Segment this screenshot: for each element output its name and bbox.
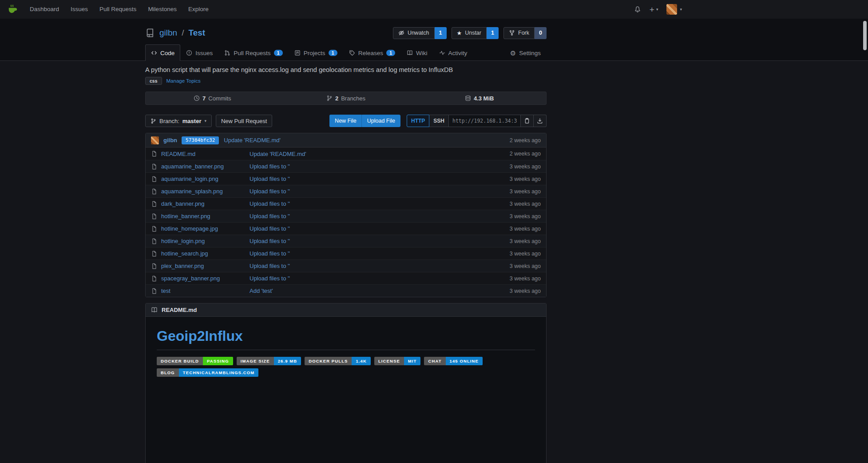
star-icon: ★	[457, 30, 462, 36]
tab-releases[interactable]: Releases 1	[343, 44, 401, 61]
file-commit-link[interactable]: Update 'README.md'	[250, 151, 306, 157]
copy-url-button[interactable]	[521, 115, 534, 127]
gitea-logo[interactable]	[7, 4, 19, 15]
file-age: 2 weeks ago	[510, 151, 541, 157]
file-link[interactable]: spacegray_banner.png	[161, 275, 220, 282]
image-size-badge[interactable]: IMAGE SIZE 26.9 MB	[237, 357, 301, 365]
tab-pulls-label: Pull Requests	[234, 50, 270, 56]
tab-issues-label: Issues	[195, 50, 213, 56]
fork-label: Fork	[518, 30, 529, 36]
fork-button[interactable]: Fork	[503, 27, 535, 39]
file-link[interactable]: aquamarine_banner.png	[161, 163, 224, 170]
docker-build-badge[interactable]: DOCKER BUILD PASSING	[157, 357, 233, 365]
readme-header: README.md	[146, 303, 546, 317]
tab-pull-requests[interactable]: Pull Requests 1	[218, 44, 288, 61]
new-pull-request-button[interactable]: New Pull Request	[216, 115, 272, 127]
http-protocol-button[interactable]: HTTP	[407, 115, 429, 127]
file-commit-link[interactable]: Upload files to ''	[250, 200, 290, 207]
repo-name-link[interactable]: Test	[188, 28, 205, 38]
blog-badge[interactable]: BLOG TECHNICALRAMBLINGS.COM	[157, 368, 258, 377]
new-file-label: New File	[335, 118, 357, 124]
file-age: 3 weeks ago	[510, 176, 541, 182]
file-commit-link[interactable]: Upload files to ''	[250, 188, 290, 195]
file-link[interactable]: README.md	[161, 151, 195, 157]
top-navbar: Dashboard Issues Pull Requests Milestone…	[0, 0, 868, 19]
nav-issues[interactable]: Issues	[65, 0, 94, 19]
file-commit-link[interactable]: Upload files to ''	[250, 263, 290, 269]
chat-badge[interactable]: CHAT 145 ONLINE	[424, 357, 482, 365]
file-commit-link[interactable]: Upload files to ''	[250, 225, 290, 232]
download-button[interactable]	[534, 115, 547, 127]
table-row: hotline_homepage.jpg Upload files to '' …	[146, 222, 546, 235]
tab-settings-label: Settings	[519, 50, 541, 56]
table-row: README.md Update 'README.md' 2 weeks ago	[146, 148, 546, 160]
watchers-count[interactable]: 1	[435, 27, 447, 39]
code-toolbar: Branch: master ▾ New Pull Request New Fi…	[145, 115, 547, 127]
file-commit-link[interactable]: Add 'test'	[250, 287, 273, 294]
file-commit-link[interactable]: Upload files to ''	[250, 213, 290, 220]
file-commit-link[interactable]: Upload files to ''	[250, 163, 290, 170]
file-link[interactable]: aquamarine_login.png	[161, 176, 218, 182]
tab-activity[interactable]: Activity	[433, 44, 473, 61]
file-icon	[151, 151, 157, 157]
new-file-button[interactable]: New File	[329, 115, 362, 127]
file-link[interactable]: hotline_search.jpg	[161, 250, 208, 257]
gitea-logo-icon	[7, 4, 19, 15]
nav-pull-requests[interactable]: Pull Requests	[94, 0, 142, 19]
file-link[interactable]: hotline_homepage.jpg	[161, 225, 218, 232]
file-link[interactable]: hotline_banner.png	[161, 213, 210, 220]
repo-owner-link[interactable]: gilbn	[159, 28, 177, 38]
commit-sha-badge[interactable]: 57384bfc32	[182, 136, 219, 144]
commit-message-link[interactable]: Update 'README.md'	[224, 137, 281, 144]
watch-group: Unwatch 1	[393, 27, 447, 39]
plus-icon: +	[650, 5, 654, 14]
file-link[interactable]: plex_banner.png	[161, 263, 204, 269]
commit-author-link[interactable]: gilbn	[163, 137, 177, 144]
file-age: 3 weeks ago	[510, 263, 541, 269]
tab-wiki[interactable]: Wiki	[401, 44, 433, 61]
create-new-button[interactable]: + ▾	[650, 5, 658, 14]
file-commit-link[interactable]: Upload files to ''	[250, 238, 290, 244]
unstar-button[interactable]: ★ Unstar	[452, 27, 487, 39]
stat-branches[interactable]: 2 Branches	[279, 92, 413, 104]
clone-url-input[interactable]	[449, 115, 521, 127]
repo-title: gilbn / Test	[145, 28, 205, 38]
upload-file-button[interactable]: Upload File	[362, 115, 400, 127]
forks-count[interactable]: 0	[535, 27, 547, 39]
user-menu-button[interactable]: ▾	[666, 4, 682, 15]
tab-issues[interactable]: Issues	[180, 44, 218, 61]
table-row: aquamarine_login.png Upload files to '' …	[146, 172, 546, 185]
scrollbar-thumb[interactable]	[863, 21, 867, 50]
stat-commits[interactable]: 7 Commits	[146, 92, 279, 104]
file-commit-link[interactable]: Upload files to ''	[250, 250, 290, 257]
caret-down-icon: ▾	[204, 119, 206, 123]
file-link[interactable]: dark_banner.png	[161, 200, 205, 207]
file-link[interactable]: aquamarine_splash.png	[161, 188, 223, 195]
topic-chip-css[interactable]: css	[145, 77, 162, 85]
file-age: 3 weeks ago	[510, 288, 541, 294]
file-commit-link[interactable]: Upload files to ''	[250, 176, 290, 182]
tab-settings[interactable]: ⚙ Settings	[504, 44, 547, 61]
nav-explore[interactable]: Explore	[182, 0, 214, 19]
docker-pulls-badge[interactable]: DOCKER PULLS 1.4K	[305, 357, 371, 365]
license-badge[interactable]: LICENSE MIT	[374, 357, 421, 365]
file-link[interactable]: test	[161, 287, 170, 294]
file-icon	[151, 226, 157, 232]
ssh-protocol-button[interactable]: SSH	[429, 115, 449, 127]
tab-projects[interactable]: Projects 1	[289, 44, 343, 61]
tab-code-label: Code	[160, 50, 174, 56]
file-link[interactable]: hotline_login.png	[161, 238, 205, 244]
manage-topics-link[interactable]: Manage Topics	[166, 78, 201, 84]
nav-milestones[interactable]: Milestones	[142, 0, 182, 19]
activity-pulse-icon	[439, 50, 445, 56]
nav-dashboard[interactable]: Dashboard	[24, 0, 65, 19]
tab-code[interactable]: Code	[145, 44, 180, 61]
unwatch-button[interactable]: Unwatch	[393, 27, 435, 39]
stars-count[interactable]: 1	[487, 27, 499, 39]
branch-selector[interactable]: Branch: master ▾	[145, 115, 212, 127]
repo-tabs: Code Issues Pull Requests 1 Projects 1	[145, 44, 547, 61]
notifications-bell-icon[interactable]	[634, 6, 641, 13]
pull-request-icon	[224, 50, 230, 56]
file-commit-link[interactable]: Upload files to ''	[250, 275, 290, 282]
commits-count: 7	[202, 95, 206, 102]
